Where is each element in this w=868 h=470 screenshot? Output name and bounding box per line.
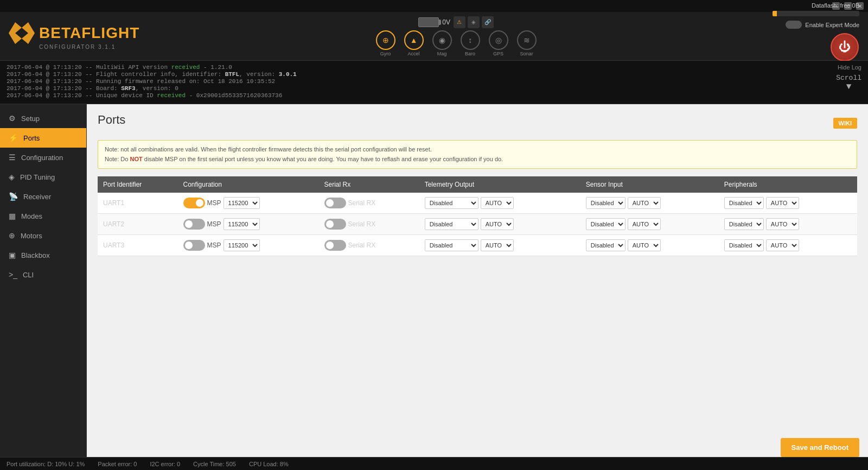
col-header-configuration: Configuration	[178, 176, 319, 193]
cell-telemetry-2[interactable]: Disabled FRSKY_D FRSKY_X HoTT SMARTPORT …	[419, 235, 580, 256]
peripheral-select-2[interactable]: Disabled VTX OSD ESC	[724, 239, 764, 251]
setup-icon: ⚙	[9, 114, 16, 123]
main-layout: ⚙ Setup ⚡ Ports ☰ Configuration ◈ PID Tu…	[0, 104, 868, 457]
sidebar-label-ports: Ports	[23, 134, 40, 142]
sensor-baud-1[interactable]: AUTO 9600 19200 38400	[628, 218, 661, 230]
serial-rx-toggle-0[interactable]	[324, 198, 346, 208]
sidebar-item-blackbox[interactable]: ▣ Blackbox	[0, 245, 86, 265]
cell-sensor-2[interactable]: Disabled GPS MAG BARO AUTO 9600 19200 38…	[580, 235, 719, 256]
msp-toggle-0[interactable]	[183, 198, 205, 208]
sensor-select-2[interactable]: Disabled GPS MAG BARO	[586, 239, 626, 251]
dataflash-label: Dataflash: free 0B	[812, 2, 859, 9]
log-line-1: 2017-06-04 @ 17:13:20 -- MultiWii API ve…	[7, 64, 861, 71]
serial-rx-toggle-2[interactable]	[324, 240, 346, 251]
save-btn-area: Save and Reboot	[781, 438, 859, 457]
col-header-port-id: Port Identifier	[98, 176, 178, 193]
hide-log-button[interactable]: Hide Log	[838, 64, 861, 71]
log-line-2: 2017-06-04 @ 17:13:20 -- Flight controll…	[7, 71, 861, 78]
scroll-control[interactable]: Scroll ▼	[836, 74, 861, 92]
packet-error: Packet error: 0	[98, 461, 137, 467]
baud-select-1[interactable]: 115200 9600 19200 38400 57600	[224, 218, 260, 230]
cell-telemetry-0[interactable]: Disabled FRSKY_D FRSKY_X HoTT SMARTPORT …	[419, 193, 580, 214]
col-header-peripherals: Peripherals	[719, 176, 857, 193]
save-reboot-button[interactable]: Save and Reboot	[781, 438, 859, 457]
telemetry-baud-2[interactable]: AUTO 9600 19200 38400	[481, 239, 514, 251]
modes-icon: ▦	[9, 212, 16, 220]
col-header-telemetry: Telemetry Output	[419, 176, 580, 193]
logo-area: BETAFLIGHT CONFIGURATOR 3.1.1	[9, 22, 139, 50]
msp-toggle-2[interactable]	[183, 240, 205, 251]
dataflash-fill	[773, 11, 777, 16]
cell-peripheral-2[interactable]: Disabled VTX OSD ESC AUTO 9600 19200 384…	[719, 235, 857, 256]
cell-sensor-0[interactable]: Disabled GPS MAG BARO AUTO 9600 19200 38…	[580, 193, 719, 214]
wiki-button[interactable]: WIKI	[833, 118, 857, 129]
expert-mode-label: Enable Expert Mode	[805, 22, 859, 28]
cpu-load: CPU Load: 8%	[249, 461, 289, 467]
peripheral-baud-1[interactable]: AUTO 9600 19200 38400	[766, 218, 799, 230]
header-center: 0V ⚠ ◈ 🔗 ⊕ Gyro ▲ Accel ◉ Mag ↕ Baro	[139, 16, 773, 56]
baud-select-2[interactable]: 115200 9600 19200 38400 57600	[224, 239, 260, 251]
telemetry-baud-1[interactable]: AUTO 9600 19200 38400	[481, 218, 514, 230]
sidebar-label-configuration: Configuration	[21, 154, 63, 162]
log-line-5: 2017-06-04 @ 17:13:20 -- Unique device I…	[7, 92, 861, 99]
blackbox-icon: ▣	[9, 251, 16, 259]
cell-port-id-0: UART1	[98, 193, 178, 214]
i2c-error: I2C error: 0	[150, 461, 180, 467]
telemetry-baud-0[interactable]: AUTO 9600 19200 38400	[481, 197, 514, 209]
peripheral-baud-2[interactable]: AUTO 9600 19200 38400	[766, 239, 799, 251]
sidebar-item-configuration[interactable]: ☰ Configuration	[0, 148, 86, 167]
table-row: UART1 MSP 115200 9600 19200 38400 57600 …	[98, 193, 857, 214]
cell-sensor-1[interactable]: Disabled GPS MAG BARO AUTO 9600 19200 38…	[580, 214, 719, 235]
titlebar: — □ ✕	[0, 0, 868, 12]
sidebar-item-motors[interactable]: ⊕ Motors	[0, 226, 86, 245]
scroll-label: Scroll	[836, 74, 861, 82]
expert-mode-area: Enable Expert Mode	[786, 21, 859, 29]
battery-icon	[418, 17, 439, 27]
sidebar-item-receiver[interactable]: 📡 Receiver	[0, 187, 86, 206]
ports-table: Port Identifier Configuration Serial Rx …	[98, 176, 857, 256]
sensor-select-0[interactable]: Disabled GPS MAG BARO	[586, 197, 626, 209]
sidebar-item-cli[interactable]: >_ CLI	[0, 265, 86, 284]
sidebar-item-setup[interactable]: ⚙ Setup	[0, 109, 86, 128]
telemetry-select-0[interactable]: Disabled FRSKY_D FRSKY_X HoTT SMARTPORT	[425, 197, 478, 209]
header-right: Dataflash: free 0B Enable Expert Mode ⏻ …	[773, 2, 859, 70]
cell-serial-rx-1[interactable]: Serial RX	[319, 214, 419, 235]
cell-serial-rx-2[interactable]: Serial RX	[319, 235, 419, 256]
cell-peripheral-1[interactable]: Disabled VTX OSD ESC AUTO 9600 19200 384…	[719, 214, 857, 235]
cell-config-0[interactable]: MSP 115200 9600 19200 38400 57600	[178, 193, 319, 214]
port-utilization: Port utilization: D: 10% U: 1%	[7, 461, 85, 467]
sidebar-item-pid-tuning[interactable]: ◈ PID Tuning	[0, 167, 86, 187]
sensor-baud-0[interactable]: AUTO 9600 19200 38400	[628, 197, 661, 209]
cli-icon: >_	[9, 270, 17, 279]
configurator-label: CONFIGURATOR 3.1.1	[39, 44, 116, 50]
telemetry-select-2[interactable]: Disabled FRSKY_D FRSKY_X HoTT SMARTPORT	[425, 239, 478, 251]
cell-config-1[interactable]: MSP 115200 9600 19200 38400 57600	[178, 214, 319, 235]
serial-rx-toggle-1[interactable]	[324, 219, 346, 230]
msp-label-0: MSP	[207, 199, 221, 207]
peripheral-select-1[interactable]: Disabled VTX OSD ESC	[724, 218, 764, 230]
sidebar-item-modes[interactable]: ▦ Modes	[0, 206, 86, 226]
msp-toggle-1[interactable]	[183, 219, 205, 230]
cell-serial-rx-0[interactable]: Serial RX	[319, 193, 419, 214]
sensor-select-1[interactable]: Disabled GPS MAG BARO	[586, 218, 626, 230]
baud-select-0[interactable]: 115200 9600 19200 38400 57600	[224, 197, 260, 209]
sidebar-label-modes: Modes	[21, 212, 42, 220]
table-row: UART2 MSP 115200 9600 19200 38400 57600 …	[98, 214, 857, 235]
table-row: UART3 MSP 115200 9600 19200 38400 57600 …	[98, 235, 857, 256]
sidebar-item-ports[interactable]: ⚡ Ports	[0, 128, 86, 148]
mag-icon: ◉	[432, 30, 452, 50]
peripheral-select-0[interactable]: Disabled VTX OSD ESC	[724, 197, 764, 209]
log-line-4: 2017-06-04 @ 17:13:20 -- Board: SRF3, ve…	[7, 85, 861, 92]
cell-peripheral-0[interactable]: Disabled VTX OSD ESC AUTO 9600 19200 384…	[719, 193, 857, 214]
sidebar-label-setup: Setup	[21, 115, 40, 123]
motors-icon: ⊕	[9, 231, 15, 240]
cell-telemetry-1[interactable]: Disabled FRSKY_D FRSKY_X HoTT SMARTPORT …	[419, 214, 580, 235]
sensor-baud-2[interactable]: AUTO 9600 19200 38400	[628, 239, 661, 251]
expert-mode-toggle[interactable]	[786, 21, 802, 29]
peripheral-baud-0[interactable]: AUTO 9600 19200 38400	[766, 197, 799, 209]
cell-config-2[interactable]: MSP 115200 9600 19200 38400 57600	[178, 235, 319, 256]
dataflash-area: Dataflash: free 0B	[773, 2, 859, 16]
sidebar-label-blackbox: Blackbox	[21, 251, 50, 259]
telemetry-select-1[interactable]: Disabled FRSKY_D FRSKY_X HoTT SMARTPORT	[425, 218, 478, 230]
signal-icon: ◈	[468, 16, 480, 28]
